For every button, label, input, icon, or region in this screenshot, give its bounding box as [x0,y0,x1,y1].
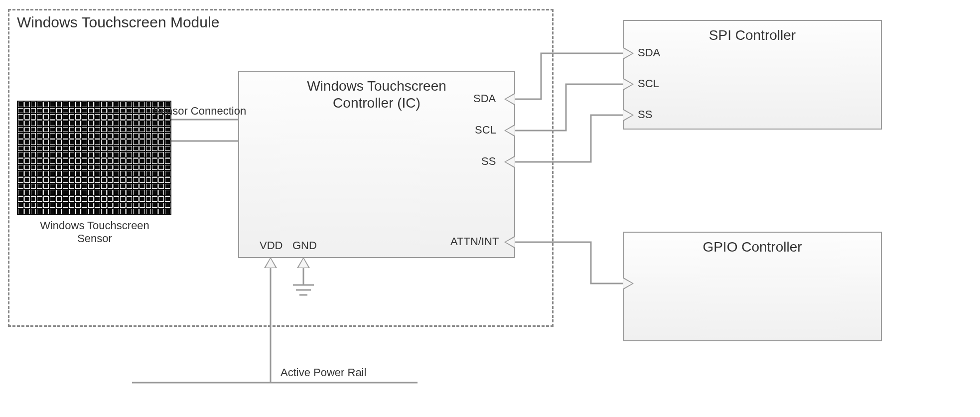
pin-sda-label: SDA [473,92,496,105]
power-rail-label: Active Power Rail [280,366,366,379]
pin-vdd-arrow-icon [264,257,277,268]
touchscreen-sensor [17,101,171,215]
pin-attn-arrow-icon [504,236,515,249]
controller-title-line2: Controller (IC) [333,95,420,111]
pin-attn-label: ATTN/INT [450,235,499,248]
spi-scl-label: SCL [638,77,659,90]
module-title: Windows Touchscreen Module [17,14,219,31]
spi-scl-arrow-icon [623,78,634,91]
pin-gnd-arrow-icon [297,257,310,268]
spi-sda-label: SDA [638,46,660,59]
spi-controller-title: SPI Controller [624,27,881,44]
pin-gnd-label: GND [292,239,317,252]
touchscreen-block-diagram: Windows Touchscreen Module Windows Touch… [0,0,980,417]
pin-scl-arrow-icon [504,124,515,137]
spi-ss-arrow-icon [623,109,634,122]
pin-ss-arrow-icon [504,155,515,168]
sensor-caption: Windows Touchscreen Sensor [25,219,164,245]
pin-sda-arrow-icon [504,93,515,106]
controller-title-line1: Windows Touchscreen [307,78,446,94]
gpio-pin-arrow-icon [623,277,634,290]
gpio-controller-block: GPIO Controller [623,232,882,341]
pin-scl-label: SCL [475,124,496,137]
sensor-connection-label: Sensor Connection [153,105,246,118]
spi-ss-label: SS [638,108,652,121]
spi-sda-arrow-icon [623,47,634,60]
pin-ss-label: SS [481,155,496,168]
spi-controller-block: SPI Controller [623,20,882,130]
gpio-controller-title: GPIO Controller [624,239,881,256]
pin-vdd-label: VDD [260,239,282,252]
